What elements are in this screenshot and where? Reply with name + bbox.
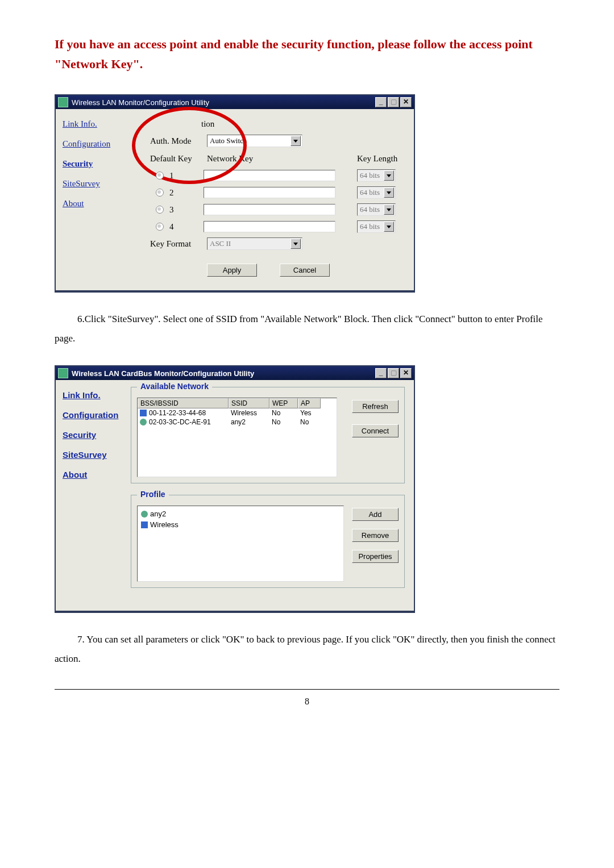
key-slot-4: 4 [169,222,181,232]
chevron-down-icon [384,187,394,198]
key-length-1[interactable]: 64 bits [357,169,396,182]
auth-mode-dropdown[interactable]: Auto Switch [207,135,302,147]
nav-configuration[interactable]: Configuration [63,410,124,420]
maximize-button[interactable]: ▢ [388,97,399,107]
profile-icon [141,521,148,528]
profile-icon [141,511,148,518]
col-wep[interactable]: WEP [269,398,298,408]
window-title: Wireless LAN Monitor/Configuration Utili… [72,98,209,107]
minimize-button[interactable]: _ [375,97,387,107]
key-input-2[interactable] [204,187,335,198]
nav-security[interactable]: Security [63,159,144,169]
col-bss[interactable]: BSS/IBSSID [138,398,229,408]
key-slot-1: 1 [169,171,181,181]
app-icon [58,368,68,378]
key-radio-4[interactable] [156,223,164,231]
nav-sitesurvey[interactable]: SiteSurvey [63,179,144,189]
add-button[interactable]: Add [352,508,399,521]
apply-button[interactable]: Apply [207,264,257,277]
col-ssid[interactable]: SSID [229,398,269,408]
profile-row[interactable]: any2 [141,510,340,518]
key-length-2[interactable]: 64 bits [357,186,396,199]
app-icon [58,97,68,107]
auth-mode-value: Auto Switch [210,136,247,145]
data-encryption-label: tion [201,119,214,129]
key-length-4[interactable]: 64 bits [357,220,396,233]
key-length-label: Key Length [357,154,408,164]
chevron-down-icon [291,239,301,249]
profile-legend: Profile [137,490,169,499]
remove-button[interactable]: Remove [352,529,399,542]
network-row[interactable]: 02-03-3C-DC-AE-91 any2 No No [138,418,337,427]
step-6-text: 6.Click "SiteSurvey". Select one of SSID… [55,310,559,348]
profile-list[interactable]: any2 Wireless [137,506,344,582]
key-radio-3[interactable] [156,206,164,214]
nav-link-info[interactable]: Link Info. [63,390,124,400]
chevron-down-icon [384,170,394,181]
chevron-down-icon [384,205,394,215]
screenshot-sitesurvey: Wireless LAN CardBus Monitor/Configurati… [55,365,415,613]
nav-about[interactable]: About [63,470,124,479]
available-network-group: Available Network BSS/IBSSID SSID WEP AP… [131,387,405,483]
key-input-4[interactable] [204,221,335,232]
page-number: 8 [55,696,559,707]
profile-group: Profile any2 Wireless Add Remove Propert… [131,495,405,588]
close-button[interactable]: ✕ [400,368,412,378]
side-nav: Link Info. Configuration Security SiteSu… [56,109,144,290]
page-rule [55,689,559,690]
key-slot-3: 3 [169,205,181,215]
available-network-legend: Available Network [137,382,212,391]
window-title: Wireless LAN CardBus Monitor/Configurati… [72,369,254,378]
maximize-button[interactable]: ▢ [388,368,399,378]
security-content: tion Auth. Mode Auto Switch Default Key … [144,109,414,290]
chevron-down-icon [384,222,394,232]
connect-button[interactable]: Connect [352,424,399,437]
key-input-1[interactable] [204,170,335,181]
nav-security[interactable]: Security [63,430,124,440]
key-slot-2: 2 [169,188,181,198]
close-button[interactable]: ✕ [400,97,412,107]
refresh-button[interactable]: Refresh [352,400,399,413]
step-7-text: 7. You can set all parameters or click "… [55,630,559,669]
chevron-down-icon [291,136,301,146]
network-list-header: BSS/IBSSID SSID WEP AP [138,398,337,408]
network-icon [140,419,147,425]
side-nav: Link Info. Configuration Security SiteSu… [56,380,124,611]
callout-note: If you have an access point and enable t… [55,34,559,74]
key-format-dropdown[interactable]: ASC II [207,237,302,250]
nav-sitesurvey[interactable]: SiteSurvey [63,450,124,460]
properties-button[interactable]: Properties [352,550,399,563]
key-radio-2[interactable] [156,189,164,197]
key-length-3[interactable]: 64 bits [357,203,396,216]
network-list[interactable]: BSS/IBSSID SSID WEP AP 00-11-22-33-44-68… [137,398,337,477]
key-format-label: Key Format [150,239,207,249]
network-icon [140,410,147,416]
cancel-button[interactable]: Cancel [280,264,330,277]
nav-configuration[interactable]: Configuration [63,139,144,149]
nav-link-info[interactable]: Link Info. [63,119,144,129]
default-key-label: Default Key [150,154,207,164]
auth-mode-label: Auth. Mode [150,136,207,146]
network-row[interactable]: 00-11-22-33-44-68 Wireless No Yes [138,408,337,418]
sitesurvey-content: Available Network BSS/IBSSID SSID WEP AP… [124,380,414,611]
col-ap[interactable]: AP [298,398,321,408]
key-format-value: ASC II [210,239,231,248]
screenshot-security: Wireless LAN Monitor/Configuration Utili… [55,94,415,293]
window-titlebar: Wireless LAN Monitor/Configuration Utili… [56,95,414,109]
key-input-3[interactable] [204,204,335,215]
network-key-label: Network Key [207,154,338,164]
window-titlebar: Wireless LAN CardBus Monitor/Configurati… [56,366,414,380]
profile-row[interactable]: Wireless [141,520,340,529]
key-radio-1[interactable] [156,172,164,180]
minimize-button[interactable]: _ [375,368,387,378]
nav-about[interactable]: About [63,199,144,208]
